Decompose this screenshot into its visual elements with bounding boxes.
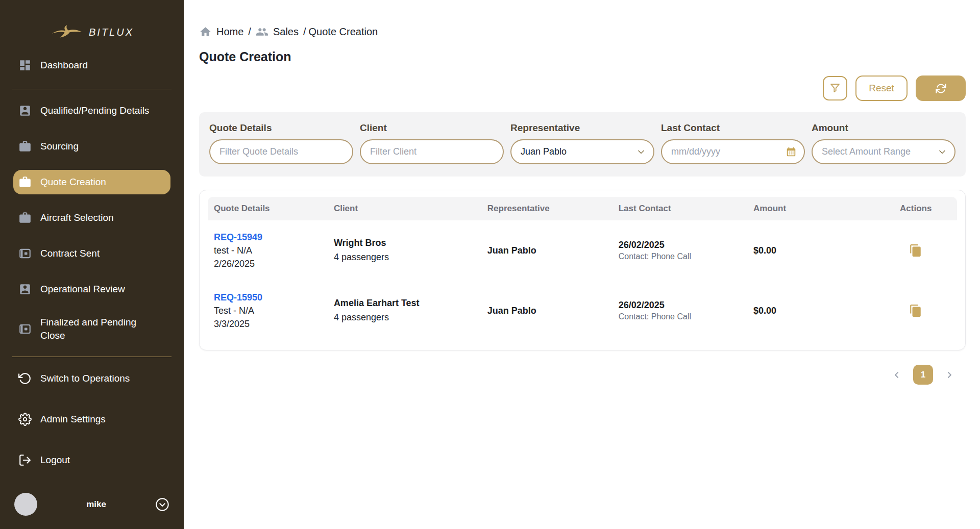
client-name: Wright Bros [334, 238, 475, 248]
cell-actions [874, 304, 957, 317]
main-content: Home / Sales / Quote Creation Quote Crea… [184, 0, 980, 529]
client-name: Amelia Earhart Test [334, 298, 475, 309]
sidebar-item-label: Finalized and Pending Close [40, 316, 158, 342]
sidebar-item-switch-to-operations[interactable]: Switch to Operations [13, 366, 170, 391]
quote-id-link[interactable]: REQ-15949 [214, 231, 262, 244]
column-header-representative: Representative [481, 204, 612, 214]
breadcrumb-current: Quote Creation [309, 26, 378, 38]
column-header-last-contact: Last Contact [612, 204, 747, 214]
column-header-quote-details: Quote Details [208, 204, 328, 214]
filter-quote-details: Quote Details [209, 122, 353, 164]
quote-id-link[interactable]: REQ-15950 [214, 291, 262, 304]
card-icon [18, 322, 32, 336]
filter-last-contact: Last Contact mm/dd/yyyy [661, 122, 805, 164]
cell-amount: $0.00 [747, 306, 875, 316]
breadcrumb-sales[interactable]: Sales [273, 26, 299, 38]
last-contact-method: Contact: Phone Call [619, 312, 741, 321]
breadcrumb-home[interactable]: Home [216, 26, 243, 38]
logout-icon [18, 454, 32, 467]
representative-name: Juan Pablo [487, 306, 606, 316]
cell-quote-details: REQ-15950 Test - N/A 3/3/2025 [208, 291, 328, 331]
last-contact-method: Contact: Phone Call [619, 252, 741, 261]
sidebar-user-footer: mike [0, 484, 184, 529]
sidebar-item-label: Sourcing [40, 140, 79, 153]
client-filter-input[interactable] [360, 139, 504, 164]
brand-logo: BITLUX [0, 0, 184, 42]
filter-label: Last Contact [661, 122, 805, 134]
amount-select[interactable]: Select Amount Range [812, 139, 955, 164]
sidebar-item-label: Aircraft Selection [40, 211, 114, 224]
sidebar-item-contract-sent[interactable]: Contract Sent [13, 241, 170, 266]
filter-label: Amount [812, 122, 955, 134]
client-input[interactable] [370, 146, 494, 157]
cell-quote-details: REQ-15949 test - N/A 2/26/2025 [208, 231, 328, 270]
duplicate-quote-button[interactable] [909, 304, 922, 317]
rotate-ccw-icon [18, 372, 32, 385]
app-root: BITLUX Dashboard Qualified/Pending Detai… [0, 0, 980, 529]
sidebar-divider [12, 357, 172, 357]
page-title: Quote Creation [199, 49, 966, 64]
previous-page-icon[interactable] [892, 370, 902, 380]
gear-icon [18, 413, 32, 426]
funnel-icon [829, 82, 841, 94]
cell-representative: Juan Pablo [481, 245, 612, 256]
sidebar-item-logout[interactable]: Logout [13, 448, 170, 472]
sidebar-item-operational-review[interactable]: Operational Review [13, 277, 170, 301]
filter-amount: Amount Select Amount Range [812, 122, 955, 164]
filter-client: Client [360, 122, 504, 164]
copy-icon [909, 304, 922, 317]
sidebar-item-aircraft-selection[interactable]: Aircraft Selection [13, 206, 170, 230]
bird-logo-icon [50, 24, 84, 40]
representative-select[interactable]: Juan Pablo [510, 139, 654, 164]
breadcrumb: Home / Sales / Quote Creation [199, 26, 966, 38]
sidebar-item-quote-creation[interactable]: Quote Creation [13, 170, 170, 194]
brand-name: BITLUX [89, 27, 134, 38]
last-contact-date: 26/02/2025 [619, 300, 741, 311]
amount-value: $0.00 [753, 245, 869, 256]
sidebar-nav: Dashboard Qualified/Pending Details Sour… [0, 42, 184, 484]
quote-details-input[interactable] [219, 146, 343, 157]
quote-description: Test - N/A [214, 304, 322, 317]
sidebar-item-sourcing[interactable]: Sourcing [13, 134, 170, 159]
sidebar-item-label: Switch to Operations [40, 372, 130, 385]
filter-label: Client [360, 122, 504, 134]
duplicate-quote-button[interactable] [909, 244, 922, 257]
client-passengers: 4 passengers [334, 311, 475, 324]
person-card-icon [18, 104, 32, 117]
refresh-button[interactable] [916, 75, 966, 101]
filter-button[interactable] [823, 76, 847, 100]
calendar-button[interactable] [786, 146, 797, 158]
amount-value: $0.00 [753, 306, 869, 316]
last-contact-date-input[interactable]: mm/dd/yyyy [661, 139, 805, 164]
filter-panel: Quote Details Client Representative Juan… [199, 112, 966, 177]
sidebar-item-dashboard[interactable]: Dashboard [13, 53, 170, 78]
date-placeholder: mm/dd/yyyy [671, 146, 720, 157]
home-icon [199, 26, 212, 38]
filter-label: Quote Details [209, 122, 353, 134]
amount-selected-value: Select Amount Range [822, 146, 911, 157]
column-header-actions: Actions [874, 204, 957, 214]
quote-details-filter-input[interactable] [209, 139, 353, 164]
quotes-table: Quote Details Client Representative Last… [199, 190, 966, 350]
copy-icon [909, 244, 922, 257]
quote-description: test - N/A [214, 244, 322, 257]
page-number-button[interactable]: 1 [913, 365, 933, 385]
sidebar: BITLUX Dashboard Qualified/Pending Detai… [0, 0, 184, 529]
sidebar-item-admin-settings[interactable]: Admin Settings [13, 407, 170, 432]
sidebar-item-label: Operational Review [40, 283, 125, 296]
cell-last-contact: 26/02/2025 Contact: Phone Call [612, 300, 747, 321]
toolbar: Reset [199, 75, 966, 101]
dashboard-icon [18, 59, 32, 72]
briefcase-icon [18, 175, 32, 189]
sidebar-item-finalized-pending-close[interactable]: Finalized and Pending Close [13, 313, 170, 345]
pagination: 1 [199, 365, 966, 385]
chevron-down-circle-icon[interactable] [155, 497, 169, 512]
breadcrumb-separator: / [248, 26, 251, 38]
sidebar-item-qualified-pending-details[interactable]: Qualified/Pending Details [13, 98, 170, 123]
client-passengers: 4 passengers [334, 250, 475, 264]
person-card-icon [18, 283, 32, 296]
sidebar-item-label: Logout [40, 454, 70, 467]
sidebar-item-label: Dashboard [40, 59, 88, 72]
next-page-icon[interactable] [944, 370, 954, 380]
reset-button[interactable]: Reset [855, 75, 908, 101]
